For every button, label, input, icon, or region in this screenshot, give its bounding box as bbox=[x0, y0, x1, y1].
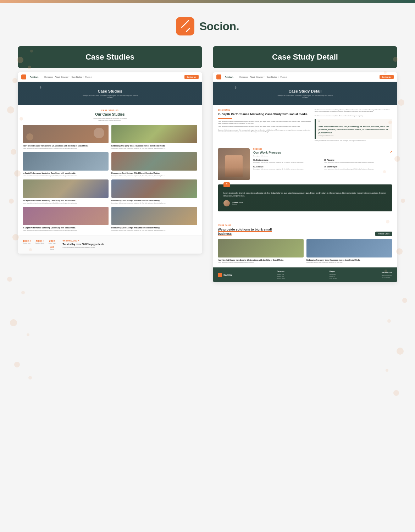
nav-link-pages-r[interactable]: Pages ▾ bbox=[281, 76, 287, 78]
stat-clients-label: Satisfied Clients bbox=[35, 243, 44, 244]
card-title-7: In-Depth Performance Marketing Case Stud… bbox=[23, 227, 109, 229]
card-text-5: Lorem ipsum dolor sit amet, consectetur … bbox=[23, 203, 109, 204]
nav-link-services-r[interactable]: Services ▾ bbox=[256, 76, 265, 78]
stats-bar: 100K+ Project Done 500K+ Satisfied Clien… bbox=[18, 235, 202, 254]
card-img-overlay-5 bbox=[23, 179, 109, 198]
card-img-overlay-2 bbox=[111, 125, 197, 143]
footer-page-2: About Us bbox=[330, 276, 337, 277]
detail-testimonial: " Lorem ipsum dolor sit amet, consectetu… bbox=[218, 184, 392, 211]
detail-article: CASE DETAIL In-Depth Performance Marketi… bbox=[218, 109, 392, 144]
detail-process-right: PROCESS Our Work Process ↗ Lorem ipsum d… bbox=[253, 148, 392, 180]
nav-link-services[interactable]: Services ▾ bbox=[61, 76, 70, 78]
footer-col-contact: Get in Touch hello@socion.com +1 234 567… bbox=[382, 271, 392, 278]
nav-link-casestudies-r[interactable]: Case Studies ▾ bbox=[266, 76, 278, 78]
footer-brand-name: Socion. bbox=[223, 274, 232, 276]
footer-service-2: Service Two bbox=[277, 276, 285, 277]
nav-link-pages[interactable]: Pages ▾ bbox=[85, 76, 92, 78]
detail-process-steps: 01. Brainstorming Lorem ipsum dolor sit … bbox=[253, 159, 392, 170]
stat-projects-num: 100K+ bbox=[23, 239, 31, 243]
detail-process-title: Our Work Process bbox=[253, 151, 281, 154]
other-cases-title-text: We provide solutions to big & small busi… bbox=[218, 228, 272, 236]
other-card-title-2: Embracing first-party data: 3 success st… bbox=[306, 259, 392, 261]
footer-contact-2: +1 234 567 890 bbox=[382, 277, 392, 278]
step-title-4: 04. Start Project bbox=[324, 166, 392, 168]
card-title-8: Discovering Cost Savings With Efficient … bbox=[111, 227, 197, 229]
detail-article-title: In-Depth Performance Marketing Case Stud… bbox=[218, 112, 311, 117]
stat-team-num: 250+ bbox=[49, 239, 56, 243]
case-card-8: Discovering Cost Savings With Efficient … bbox=[111, 207, 197, 231]
detail-quote-box: " Nam aliquet iaculis arcu, vel placerat… bbox=[315, 119, 392, 139]
stat-rating-label: Ratings bbox=[49, 249, 56, 250]
card-img-1 bbox=[23, 125, 109, 143]
nav-link-about[interactable]: About bbox=[55, 76, 60, 78]
case-studies-preview: Socion. Homepage About Services ▾ Case S… bbox=[18, 72, 202, 254]
card-text-2: Lorem ipsum dolor sit amet, consectetur … bbox=[111, 148, 197, 150]
footer-col-contact-title: Get in Touch bbox=[382, 271, 392, 273]
testimonial-text: Lorem ipsum dolor sit amet, consectetur … bbox=[223, 192, 387, 197]
footer-contact-1: hello@socion.com bbox=[382, 275, 392, 276]
header: Socion. bbox=[0, 3, 415, 46]
card-title-1: How Handled Scaled from Zero to 121 Loca… bbox=[23, 145, 109, 147]
footer-logo bbox=[218, 273, 222, 277]
detail-quote-author: Lorem ipsum dolor sit amet bbox=[319, 135, 389, 137]
view-all-cases-btn[interactable]: View All Cases bbox=[375, 232, 392, 236]
stat-projects-label: Project Done bbox=[23, 243, 31, 244]
process-step-2: 02. Planning Lorem ipsum dolor sit amet,… bbox=[324, 159, 392, 164]
other-card-img-inner-2 bbox=[306, 239, 392, 257]
hero-subtitle-left: Lorem ipsum dolor sit amet, consectetur … bbox=[82, 95, 138, 98]
nav-brand-left: Socion. bbox=[30, 76, 39, 78]
stat-team: 250+ Expert Team bbox=[49, 239, 56, 244]
other-card-2: Embracing first-party data: 3 success st… bbox=[306, 239, 392, 264]
process-step-3: 03. Concept Lorem ipsum dolor sit amet, … bbox=[253, 166, 322, 170]
card-img-3 bbox=[23, 152, 109, 171]
other-card-title-1: How Handled Scaled from Zero to 121 Loca… bbox=[218, 259, 304, 261]
card-img-overlay-7 bbox=[23, 207, 109, 225]
step-title-3: 03. Concept bbox=[253, 166, 322, 168]
case-study-detail-preview: Socion. Homepage About Services ▾ Case S… bbox=[213, 72, 397, 282]
nav-links-left: Homepage About Services ▾ Case Studies ▾… bbox=[44, 76, 181, 78]
footer-col-pages: Pages Homepage About Us Case Studies bbox=[330, 270, 337, 279]
card-text-1: Lorem ipsum dolor sit amet, consectetur … bbox=[23, 148, 109, 150]
detail-article-right-text: Vestibulum ut nunc elementum est pulvina… bbox=[315, 109, 392, 113]
other-cases-tag: OTHER CASES bbox=[218, 225, 392, 226]
process-step-4: 04. Start Project Lorem ipsum dolor sit … bbox=[324, 166, 392, 170]
footer-page-3: Case Studies bbox=[330, 278, 337, 279]
nav-link-casestudies[interactable]: Case Studies ▾ bbox=[71, 76, 83, 78]
nav-link-homepage-r[interactable]: Homepage bbox=[239, 76, 248, 78]
nav-cta-btn-left[interactable]: Contact Us bbox=[184, 75, 199, 79]
other-card-text-1: Lorem ipsum dolor sit amet, consectetur … bbox=[218, 262, 304, 264]
case-card-5: In-Depth Performance Marketing Case Stud… bbox=[23, 179, 109, 204]
detail-article-body1: Lorem ipsum dolor sit amet, consectetur … bbox=[218, 121, 311, 125]
case-card-6: Discovering Cost Savings With Efficient … bbox=[111, 179, 197, 204]
footer-col-pages-title: Pages bbox=[330, 270, 337, 272]
main-content: Case Studies Socion. Homepage About Serv… bbox=[0, 46, 415, 297]
arrow-decoration-right: ↗ bbox=[233, 85, 238, 90]
detail-other-cases: OTHER CASES We provide solutions to big … bbox=[213, 220, 397, 267]
card-img-overlay-8 bbox=[111, 207, 197, 225]
step-text-3: Lorem ipsum dolor sit amet, consectetur … bbox=[253, 168, 322, 170]
stat-team-label: Expert Team bbox=[49, 243, 56, 244]
detail-hero-subtitle: Lorem ipsum dolor sit amet, consectetur … bbox=[277, 95, 333, 98]
detail-quote-text: Nam aliquet iaculis arcu, vel placerat l… bbox=[319, 125, 389, 134]
nav-link-about-r[interactable]: About bbox=[250, 76, 255, 78]
card-text-7: Lorem ipsum dolor sit amet, consectetur … bbox=[23, 230, 109, 232]
nav-cta-btn-right[interactable]: Contact Us bbox=[380, 75, 394, 79]
card-img-overlay-4 bbox=[111, 152, 197, 171]
nav-link-homepage[interactable]: Homepage bbox=[44, 76, 53, 78]
footer-service-3: Service Three bbox=[277, 278, 285, 279]
other-card-text-2: Lorem ipsum dolor sit amet, consectetur … bbox=[306, 262, 392, 264]
card-text-4: Lorem ipsum dolor sit amet, consectetur … bbox=[111, 175, 197, 177]
other-cases-title: We provide solutions to big & small busi… bbox=[218, 228, 275, 236]
detail-article-right: Vestibulum ut nunc elementum est pulvina… bbox=[315, 109, 392, 144]
card-img-overlay-1 bbox=[23, 125, 109, 143]
card-img-7 bbox=[23, 207, 109, 225]
card-title-4: Discovering Cost Savings With Efficient … bbox=[111, 172, 197, 174]
process-step-1: 01. Brainstorming Lorem ipsum dolor sit … bbox=[253, 159, 322, 164]
other-card-img-inner-1 bbox=[218, 239, 304, 257]
card-img-2 bbox=[111, 125, 197, 143]
other-card-img-1 bbox=[218, 239, 304, 257]
card-text-3: Lorem ipsum dolor sit amet, consectetur … bbox=[23, 175, 109, 177]
card-title-2: Embracing first-party data: 3 success st… bbox=[111, 145, 197, 147]
logo-icon bbox=[176, 17, 194, 35]
other-card-img-2 bbox=[306, 239, 392, 257]
